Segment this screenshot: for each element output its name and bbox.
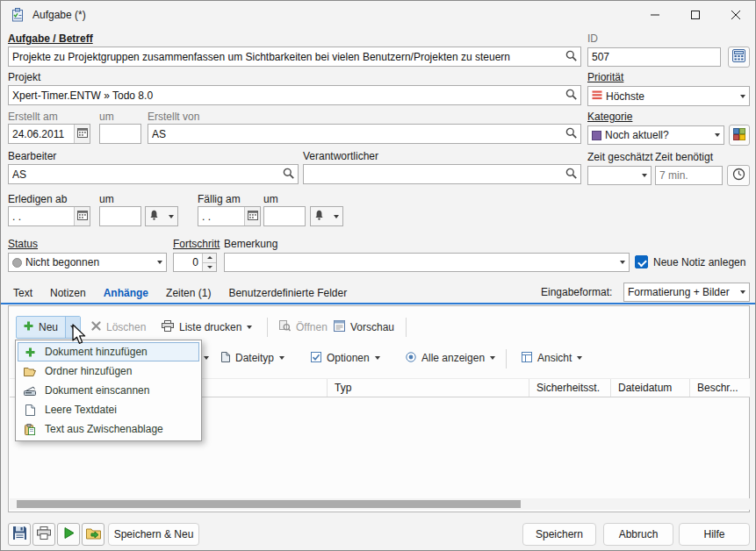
menu-item-add-document[interactable]: Dokument hinzufügen [18,342,199,361]
time-estimated-dropdown[interactable] [587,166,652,185]
tab-notizen[interactable]: Notizen [41,287,95,299]
scrollbar-thumb[interactable] [17,500,521,508]
show-all-filter-button[interactable]: Alle anzeigen [399,347,502,369]
chevron-down-icon[interactable] [157,261,162,264]
cancel-button[interactable]: Abbruch [603,523,673,546]
time-needed-input[interactable] [659,169,718,182]
column-header-filedate[interactable]: Dateidatum [611,379,690,397]
chevron-down-icon[interactable] [642,174,647,177]
remark-input[interactable] [228,256,616,268]
open-attachment-button[interactable]: Öffnen [272,316,335,339]
calendar-button[interactable] [244,207,260,225]
created-by-field[interactable] [148,124,581,144]
search-icon[interactable] [565,50,577,64]
column-header-description[interactable]: Beschr... [690,379,750,397]
column-header-security[interactable]: Sicherheitsst. [529,379,611,397]
search-icon[interactable] [565,168,577,182]
save-and-new-button[interactable]: Speichern & Neu [108,523,199,546]
close-button[interactable] [716,1,755,28]
chevron-down-icon[interactable] [740,95,745,98]
file-type-filter-button[interactable]: Dateityp [214,347,292,369]
start-time-input[interactable] [104,211,137,223]
time-tracking-button[interactable] [727,165,750,186]
menu-item-empty-textfile[interactable]: Leere Textdatei [18,400,199,419]
menu-item-add-folder[interactable]: Ordner hinzufügen [18,361,199,381]
search-icon[interactable] [283,168,294,182]
minimize-button[interactable] [635,1,674,28]
chevron-down-icon[interactable] [334,215,339,218]
project-input[interactable] [12,89,562,102]
due-reminder-split-button[interactable] [310,206,343,226]
due-date-field[interactable] [198,206,261,226]
priority-label[interactable]: Priorität [587,71,623,83]
calendar-button[interactable] [74,125,90,143]
start-date-field[interactable] [8,206,90,226]
id-calculator-button[interactable] [728,47,750,68]
tab-benutzerdefinierte-felder[interactable]: Benutzerdefinierte Felder [220,287,356,299]
print-icon-button[interactable] [32,523,55,546]
tab-anhaenge[interactable]: Anhänge [95,287,157,299]
project-field[interactable] [8,85,581,105]
new-note-checkbox[interactable] [635,255,648,268]
id-field[interactable] [587,47,721,67]
spinner-down-button[interactable] [203,262,216,272]
maximize-button[interactable] [675,1,715,28]
options-filter-button[interactable]: Optionen [304,347,387,369]
created-date-field[interactable] [8,124,90,144]
new-note-checkbox-label[interactable]: Neue Notiz anlegen [653,256,745,268]
menu-item-text-from-clipboard[interactable]: Text aus Zwischenablage [18,419,199,439]
time-needed-field[interactable] [655,166,723,185]
editor-input[interactable] [12,168,279,181]
remark-combobox[interactable] [224,253,630,272]
due-time-field[interactable] [263,206,306,226]
menu-item-scan-document[interactable]: Dokument einscannen [18,381,199,400]
search-icon[interactable] [565,89,577,103]
start-time-field[interactable] [99,206,141,226]
subject-input[interactable] [12,51,562,63]
help-button[interactable]: Hilfe [679,523,750,546]
save-icon-button[interactable] [8,523,31,546]
editor-field[interactable] [8,164,299,184]
status-dropdown[interactable]: Nicht begonnen [8,253,167,272]
horizontal-scrollbar[interactable] [10,498,750,510]
subject-label[interactable]: Aufgabe / Betreff [8,32,93,45]
responsible-input[interactable] [307,168,562,181]
chevron-down-icon[interactable] [715,133,720,137]
chevron-down-icon[interactable] [620,261,625,264]
tab-text[interactable]: Text [4,287,41,299]
category-dropdown[interactable]: Noch aktuell? [587,125,724,145]
save-button[interactable]: Speichern [522,523,596,546]
due-time-input[interactable] [268,211,301,223]
start-reminder-split-button[interactable] [145,206,178,226]
calendar-button[interactable] [74,207,90,225]
status-label[interactable]: Status [8,238,38,250]
created-by-input[interactable] [152,128,562,140]
id-input[interactable] [592,51,716,63]
preview-button[interactable]: Vorschau [327,316,401,339]
delete-attachment-button[interactable]: Löschen [84,316,153,339]
responsible-field[interactable] [303,164,581,184]
print-list-button[interactable]: Liste drucken [155,316,259,339]
search-icon[interactable] [565,127,577,141]
input-format-dropdown[interactable]: Formatierung + Bilder [623,283,750,302]
export-folder-button[interactable] [82,523,104,546]
progress-spinner[interactable] [173,253,217,272]
chevron-down-icon[interactable] [740,290,745,294]
column-header-type[interactable]: Typ [328,379,529,397]
created-time-field[interactable] [99,124,141,144]
view-button[interactable]: Ansicht [515,347,589,369]
spinner-up-button[interactable] [203,254,216,262]
chevron-down-icon[interactable] [169,215,174,218]
category-manager-button[interactable] [729,125,750,146]
tab-zeiten[interactable]: Zeiten (1) [157,287,220,299]
priority-dropdown[interactable]: Höchste [587,86,750,106]
progress-label[interactable]: Fortschritt [173,238,220,250]
chevron-down-icon[interactable] [247,326,252,329]
created-date-input[interactable] [12,128,70,140]
progress-input[interactable] [177,256,198,268]
subject-field[interactable] [8,47,581,67]
start-date-input[interactable] [12,211,70,223]
due-date-input[interactable] [202,211,241,223]
created-time-input[interactable] [104,128,137,140]
category-label[interactable]: Kategorie [587,111,632,123]
